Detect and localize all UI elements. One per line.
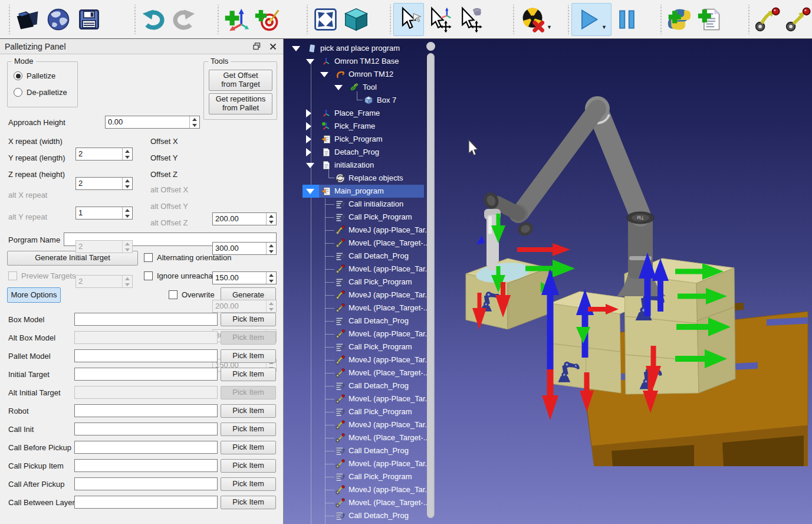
tree-instruction-call-detach-prog[interactable]: Call Detach_Prog [287, 315, 436, 328]
tree-instruction-call-detach-prog[interactable]: Call Detach_Prog [287, 509, 436, 522]
add-reference-frame-button[interactable] [221, 3, 252, 36]
tree-instruction-movel-app-place-tar[interactable]: MoveL (app-Place_Tar... [287, 263, 436, 276]
fit-all-button[interactable] [310, 3, 341, 36]
more-options-button[interactable]: More Options [7, 287, 61, 303]
tree-instruction-call-pick-program[interactable]: Call Pick_Program [287, 211, 436, 224]
tree-instruction-call-detach-prog[interactable]: Call Detach_Prog [287, 250, 436, 263]
call-between-layers-pick-item-button[interactable]: Pick Item [221, 496, 276, 509]
collapse-arrow-icon[interactable] [306, 189, 314, 194]
call-after-pickup-input[interactable] [74, 477, 218, 490]
3d-viewport[interactable]: TM [284, 39, 812, 524]
tree-scroll-dot[interactable] [426, 42, 435, 51]
tree-item-place-frame[interactable]: Place_Frame [287, 107, 436, 120]
tree-scrollbar[interactable] [427, 53, 435, 518]
tree-instruction-movel-app-place-tar[interactable]: MoveL (app-Place_Tar... [287, 392, 436, 405]
tree-instruction-movej-app-place-tar[interactable]: MoveJ (app-Place_Tar... [287, 483, 436, 496]
redo-button[interactable] [169, 3, 199, 36]
move-tool-button[interactable] [455, 3, 485, 36]
undo-button[interactable] [138, 3, 169, 36]
box-model-pick-item-button[interactable]: Pick Item [221, 313, 276, 326]
tree-item-pick-and-place-program[interactable]: pick and place program [287, 42, 436, 55]
tree-instruction-movel-place-target[interactable]: MoveL (Place_Target-... [287, 431, 436, 444]
palletize-radio[interactable]: Palletize [14, 71, 55, 80]
get-offset-from-target-button[interactable]: Get Offset from Target [209, 70, 272, 91]
call-pickup-item-input[interactable] [74, 459, 218, 472]
offset-y-spinbox[interactable]: 300.00 [212, 242, 277, 255]
pause-button[interactable] [612, 3, 642, 36]
save-station-button[interactable] [74, 3, 104, 36]
move-linear-instruction-button[interactable] [783, 3, 812, 36]
overwrite-checkbox[interactable]: Overwrite [169, 290, 215, 299]
robot-input[interactable] [74, 404, 218, 417]
offset-z-spinbox[interactable]: 150.00 [212, 271, 277, 284]
call-init-input[interactable] [74, 423, 218, 435]
tree-instruction-call-pick-program[interactable]: Call Pick_Program [287, 276, 436, 289]
tree-instruction-call-pick-program[interactable]: Call Pick_Program [287, 340, 436, 353]
tree-instruction-movel-app-place-tar[interactable]: MoveL (app-Place_Tar... [287, 457, 436, 470]
check-collisions-button[interactable]: ▼ [517, 3, 557, 36]
tree-item-initialization[interactable]: initialization [287, 159, 436, 172]
tree-item-main-program[interactable]: Main_program [287, 185, 436, 198]
open-file-button[interactable] [12, 3, 43, 36]
tree-instruction-call-pick-program[interactable]: Call Pick_Program [287, 470, 436, 483]
pallet-model-input[interactable] [74, 349, 218, 362]
robot-pick-item-button[interactable]: Pick Item [221, 404, 276, 418]
approach-height-spinbox[interactable]: 0.00 [105, 116, 200, 129]
tree-instruction-call-detach-prog[interactable]: Call Detach_Prog [287, 444, 436, 457]
tree-instruction-movel-app-place-tar[interactable]: MoveL (app-Place_Tar... [287, 328, 436, 340]
chevron-down-icon[interactable]: ▼ [601, 24, 607, 30]
chevron-down-icon[interactable]: ▼ [547, 24, 552, 30]
call-before-pickup-pick-item-button[interactable]: Pick Item [221, 441, 276, 454]
expand-arrow-icon[interactable] [306, 109, 311, 117]
tree-item-box-7[interactable]: Box 7 [287, 94, 436, 107]
tree-item-omron-tm12[interactable]: Omron TM12 [287, 68, 436, 81]
expand-arrow-icon[interactable] [306, 148, 311, 156]
pallet-model-pick-item-button[interactable]: Pick Item [221, 349, 276, 363]
tree-instruction-movel-place-target[interactable]: MoveL (Place_Target-... [287, 237, 436, 250]
tree-item-omron-tm12-base[interactable]: Omron TM12 Base [287, 55, 436, 68]
x-repeat-width-spinbox[interactable]: 2 [75, 148, 133, 161]
z-repeat-height-spinbox[interactable]: 1 [75, 207, 133, 220]
tree-instruction-movej-app-place-tar[interactable]: MoveJ (app-Place_Tar... [287, 289, 436, 302]
tree-item-detach-prog[interactable]: Detach_Prog [287, 146, 436, 159]
tree-item-pick-program[interactable]: Pick_Program [287, 133, 436, 146]
collapse-arrow-icon[interactable] [320, 72, 328, 77]
move-reference-button[interactable] [424, 3, 455, 36]
move-joint-instruction-button[interactable] [752, 3, 783, 36]
y-repeat-length-spinbox[interactable]: 2 [75, 177, 133, 190]
run-program-button[interactable]: ▼ [571, 3, 612, 36]
float-panel-button[interactable] [250, 41, 263, 53]
tree-instruction-movel-place-target[interactable]: MoveL (Place_Target-... [287, 496, 436, 509]
call-between-layers-input[interactable] [74, 496, 218, 509]
tree-instruction-movej-app-place-tar[interactable]: MoveJ (app-Place_Tar... [287, 353, 436, 366]
call-after-pickup-pick-item-button[interactable]: Pick Item [221, 477, 276, 491]
get-repetitions-from-pallet-button[interactable]: Get repetitions from Pallet [209, 93, 272, 114]
expand-arrow-icon[interactable] [306, 135, 311, 143]
tree-instruction-movel-place-target[interactable]: MoveL (Place_Target-... [287, 366, 436, 379]
tree-instruction-movel-place-target[interactable]: MoveL (Place_Target-... [287, 302, 436, 315]
isometric-view-button[interactable] [341, 3, 372, 36]
tree-item-pick-frame[interactable]: Pick_Frame [287, 120, 436, 133]
add-python-program-button[interactable] [664, 3, 695, 36]
box-model-input[interactable] [74, 313, 218, 326]
call-before-pickup-input[interactable] [74, 441, 218, 454]
tree-instruction-call-initialization[interactable]: Call initialization [287, 198, 436, 211]
add-program-button[interactable] [695, 3, 725, 36]
close-panel-button[interactable] [267, 41, 280, 53]
de-palletize-radio[interactable]: De-palletize [14, 88, 67, 97]
initial-target-input[interactable] [74, 368, 218, 381]
collapse-arrow-icon[interactable] [334, 85, 343, 90]
call-init-pick-item-button[interactable]: Pick Item [221, 423, 276, 436]
tree-instruction-call-detach-prog[interactable]: Call Detach_Prog [287, 379, 436, 392]
collapse-arrow-icon[interactable] [292, 46, 300, 51]
collapse-arrow-icon[interactable] [306, 59, 314, 64]
select-button[interactable] [393, 3, 424, 36]
tree-instruction-movej-app-place-tar[interactable]: MoveJ (app-Place_Tar... [287, 224, 436, 237]
offset-x-spinbox[interactable]: 200.00 [212, 212, 277, 225]
add-target-button[interactable] [252, 3, 282, 36]
tree-instruction-call-pick-program[interactable]: Call Pick_Program [287, 405, 436, 418]
open-online-library-button[interactable] [43, 3, 74, 36]
tree-instruction-movej-app-place-tar[interactable]: MoveJ (app-Place_Tar... [287, 418, 436, 431]
tree-item-replace-objects[interactable]: Replace objects [287, 172, 436, 185]
expand-arrow-icon[interactable] [306, 122, 311, 130]
